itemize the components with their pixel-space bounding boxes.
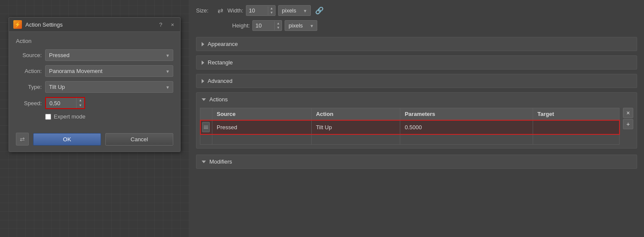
height-spinner: ▲ ▼ — [274, 21, 282, 30]
speed-spinner: ▲ ▼ — [76, 98, 84, 108]
width-down-button[interactable]: ▼ — [268, 11, 275, 15]
titlebar-right: ? × — [157, 21, 176, 29]
empty-source — [212, 134, 312, 145]
speed-input-wrapper: ▲ ▼ — [45, 97, 85, 109]
actions-table-body: Source Action Parameters Target — [196, 106, 637, 148]
help-button[interactable]: ? — [157, 21, 164, 29]
type-row: Type: Tilt Up Tilt Down Pan Left Pan Rig… — [16, 81, 173, 93]
table-row[interactable]: Pressed Tilt Up 0.5000 — [200, 120, 619, 134]
close-button[interactable]: × — [169, 21, 176, 29]
rectangle-title: Rectangle — [208, 59, 233, 66]
right-panel: Size: ⇄ Width: ▲ ▼ pixels percent ▼ 🔗 He — [189, 0, 644, 237]
table-empty-row — [200, 134, 619, 145]
speed-input[interactable] — [46, 98, 76, 108]
type-select[interactable]: Tilt Up Tilt Down Pan Left Pan Right — [45, 81, 173, 93]
row-source-cell: Pressed — [212, 120, 312, 134]
expert-mode-checkbox[interactable] — [45, 114, 51, 120]
height-down-button[interactable]: ▼ — [275, 26, 282, 30]
actions-triangle — [202, 98, 206, 101]
appearance-triangle — [202, 42, 204, 46]
type-label: Type: — [16, 84, 42, 90]
col-parameters: Parameters — [400, 108, 533, 120]
col-action: Action — [311, 108, 400, 120]
width-input[interactable] — [246, 6, 268, 15]
col-handle — [200, 108, 212, 120]
col-target: Target — [533, 108, 619, 120]
source-select[interactable]: Pressed Released Clicked — [45, 49, 173, 61]
height-up-button[interactable]: ▲ — [275, 21, 282, 26]
height-unit-select[interactable]: pixels percent — [285, 20, 317, 31]
row-drag-handle[interactable] — [202, 122, 210, 132]
expert-mode-row: Expert mode — [45, 113, 173, 120]
dialog-body: Action Source: Pressed Released Clicked … — [9, 32, 180, 133]
width-unit-wrapper: pixels percent ▼ — [278, 5, 311, 16]
appearance-header[interactable]: Appearance — [196, 37, 637, 51]
share-button[interactable]: ⇄ — [16, 133, 29, 146]
size-row: Size: ⇄ Width: ▲ ▼ pixels percent ▼ 🔗 — [196, 5, 637, 16]
table-add-button[interactable]: + — [623, 119, 633, 129]
handle-line-2 — [204, 127, 208, 128]
titlebar-left: ⚡ Action Settings — [13, 20, 63, 29]
cancel-button[interactable]: Cancel — [105, 133, 173, 146]
handle-line-3 — [204, 128, 208, 129]
height-row: Height: ▲ ▼ pixels percent ▼ — [232, 20, 637, 31]
width-group: Width: ▲ ▼ pixels percent ▼ — [227, 5, 311, 16]
actions-section: Actions Source Action Parameters Target — [196, 92, 637, 149]
appearance-title: Appearance — [208, 41, 238, 47]
action-settings-dialog: ⚡ Action Settings ? × Action Source: Pre… — [9, 17, 181, 152]
action-row: Action: Panorama Movement Zoom Preset ▼ — [16, 65, 173, 77]
rectangle-header[interactable]: Rectangle — [196, 56, 637, 69]
col-source: Source — [212, 108, 312, 120]
height-input[interactable] — [253, 21, 274, 30]
advanced-section: Advanced — [196, 74, 637, 88]
speed-row: Speed: ▲ ▼ — [16, 97, 173, 109]
row-handle-cell — [200, 120, 212, 134]
rectangle-triangle — [202, 61, 204, 65]
empty-handle — [200, 134, 212, 145]
dialog-titlebar: ⚡ Action Settings ? × — [9, 18, 180, 32]
modifiers-title: Modifiers — [209, 158, 232, 165]
type-select-wrapper: Tilt Up Tilt Down Pan Left Pan Right ▼ — [45, 81, 173, 93]
speed-down-button[interactable]: ▼ — [77, 103, 84, 108]
source-label: Source: — [16, 52, 42, 58]
modifiers-triangle — [202, 161, 206, 163]
share-icon: ⇄ — [20, 136, 25, 143]
rectangle-section: Rectangle — [196, 55, 637, 70]
action-select[interactable]: Panorama Movement Zoom Preset — [45, 65, 173, 77]
width-up-button[interactable]: ▲ — [268, 6, 275, 11]
source-row: Source: Pressed Released Clicked ▼ — [16, 49, 173, 61]
width-label: Width: — [227, 7, 243, 14]
actions-header[interactable]: Actions — [196, 93, 637, 106]
action-label: Action: — [16, 68, 42, 74]
dialog-overlay: ⚡ Action Settings ? × Action Source: Pre… — [0, 0, 189, 237]
advanced-title: Advanced — [208, 78, 233, 84]
modifiers-section: Modifiers — [196, 155, 637, 169]
source-select-wrapper: Pressed Released Clicked ▼ — [45, 49, 173, 61]
table-header-row: Source Action Parameters Target — [200, 108, 619, 120]
width-unit-select[interactable]: pixels percent — [278, 5, 311, 16]
share-icon-right[interactable]: ⇄ — [218, 6, 223, 15]
modifiers-header[interactable]: Modifiers — [196, 155, 637, 168]
height-input-wrapper: ▲ ▼ — [252, 20, 282, 31]
speed-up-button[interactable]: ▲ — [77, 98, 84, 103]
appearance-section: Appearance — [196, 37, 637, 51]
advanced-header[interactable]: Advanced — [196, 74, 637, 88]
expert-mode-label: Expert mode — [54, 113, 86, 120]
action-select-wrapper: Panorama Movement Zoom Preset ▼ — [45, 65, 173, 77]
action-section-label: Action — [16, 38, 173, 44]
actions-title: Actions — [209, 96, 228, 103]
ok-button[interactable]: OK — [33, 133, 101, 146]
row-target-cell — [533, 120, 619, 134]
row-action-cell: Tilt Up — [311, 120, 400, 134]
dialog-footer: ⇄ OK Cancel — [9, 133, 180, 152]
width-input-wrapper: ▲ ▼ — [246, 5, 276, 16]
link-icon[interactable]: 🔗 — [315, 6, 324, 15]
table-delete-button[interactable]: × — [623, 108, 633, 118]
row-parameters-cell: 0.5000 — [400, 120, 533, 134]
advanced-triangle — [202, 79, 204, 83]
dialog-icon: ⚡ — [13, 20, 22, 29]
table-controls: × + — [623, 108, 633, 130]
handle-line-1 — [204, 126, 208, 126]
width-spinner: ▲ ▼ — [268, 6, 275, 15]
height-unit-wrapper: pixels percent ▼ — [285, 20, 317, 31]
